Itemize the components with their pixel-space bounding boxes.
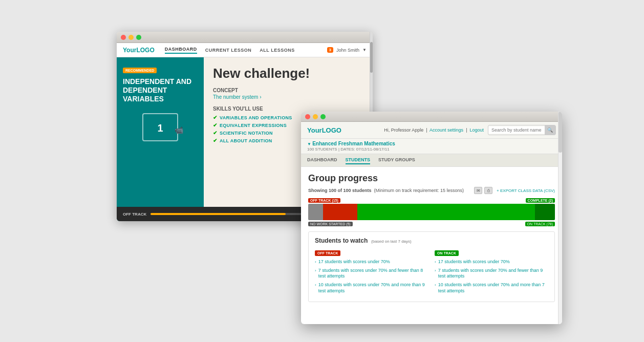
lesson-number: 1: [157, 122, 163, 134]
bar-off-track: [323, 204, 357, 220]
concept-link[interactable]: The number system ›: [213, 94, 363, 100]
prof-subheader: Enhanced Freshman Mathematics 100 STUDEN…: [301, 139, 562, 154]
off-track-item-2[interactable]: › 7 students with scores under 70% and f…: [315, 268, 428, 280]
off-track-label: OFF TRACK: [123, 212, 146, 217]
course-link[interactable]: Enhanced Freshman Mathematics: [307, 141, 556, 146]
search-button[interactable]: 🔍: [545, 125, 555, 135]
prof-traffic-lights: [305, 114, 326, 119]
watch-columns: OFF TRACK › 17 students with scores unde…: [315, 247, 548, 296]
showing-bold: Showing 100 of 100 students: [308, 188, 372, 193]
logo-accent: LOGO: [136, 47, 154, 54]
showing-actions: ✉ ⎙ + EXPORT CLASS DATA (CSV): [474, 187, 555, 194]
skill-text-3: SCIENTIFIC NOTATION: [220, 131, 273, 136]
on-track-text-1: 17 students with scores under 70%: [438, 259, 510, 265]
check-icon-2: ✔: [213, 122, 217, 128]
no-work-badge: NO WORK STARTED (5): [308, 222, 353, 226]
off-track-item-3[interactable]: › 10 students with scores under 70% and …: [315, 282, 428, 294]
challenge-title: New challenge!: [213, 66, 363, 81]
maximize-button[interactable]: [136, 35, 141, 40]
student-nav-links: DASHBOARD CURRENT LESSON ALL LESSONS: [165, 47, 295, 54]
off-track-text-1: 17 students with scores under 70%: [318, 259, 390, 265]
notification-badge[interactable]: 3: [327, 47, 333, 53]
students-to-watch: Students to watch (based on last 7 days)…: [308, 231, 555, 302]
skill-text-2: EQUIVALENT EXPRESSIONS: [220, 123, 287, 128]
prof-content: Group progress Showing 100 of 100 studen…: [301, 167, 562, 323]
lesson-icon: 1 📹: [123, 113, 198, 141]
professor-app-window: YourLOGO Hi, Professor Apple | Account s…: [301, 112, 562, 324]
prof-header-right: Hi, Professor Apple | Account settings |…: [384, 125, 556, 135]
recommended-badge: RECOMMENDED: [123, 68, 157, 73]
check-icon-3: ✔: [213, 130, 217, 136]
on-track-item-3[interactable]: › 10 students with scores under 70% and …: [435, 282, 548, 294]
account-settings-link[interactable]: Account settings: [430, 127, 463, 133]
min-requirement: (Minimum on track requirement: 15 lesson…: [374, 188, 464, 193]
user-dropdown-icon[interactable]: ▼: [362, 48, 367, 52]
viz-sublabels: NO WORK STARTED (5) ON TRACK (78): [308, 222, 555, 226]
prof-minimize-button[interactable]: [313, 114, 318, 119]
prof-header: YourLOGO Hi, Professor Apple | Account s…: [301, 122, 562, 139]
scrollbar-thumb: [370, 42, 373, 73]
off-track-text-3: 10 students with scores under 70% and mo…: [318, 282, 428, 294]
on-track-column: ON TRACK › 17 students with scores under…: [435, 247, 548, 296]
bar-complete: [535, 204, 555, 220]
nav-current-lesson[interactable]: CURRENT LESSON: [205, 48, 252, 53]
viz-labels: OFF TRACK (15) COMPLETE (2): [308, 198, 555, 203]
concept-label: Concept: [213, 88, 363, 93]
progress-track: [151, 213, 310, 215]
print-icon[interactable]: ⎙: [484, 187, 492, 194]
subnav-study-groups[interactable]: STUDY GROUPS: [378, 156, 415, 164]
bullet-icon-2: ›: [315, 268, 316, 273]
prof-logo-your: Your: [307, 126, 322, 134]
prof-search-box: 🔍: [488, 125, 556, 135]
student-nav-right: 3 John Smith ▼: [327, 47, 367, 53]
action-icons: ✉ ⎙: [474, 187, 492, 194]
on-track-badge: ON TRACK: [435, 250, 459, 256]
on-track-text-2: 7 students with scores under 70% and few…: [438, 268, 548, 280]
prof-subnav: DASHBOARD STUDENTS STUDY GROUPS: [301, 154, 562, 167]
subnav-dashboard[interactable]: DASHBOARD: [307, 156, 337, 164]
off-track-column: OFF TRACK › 17 students with scores unde…: [315, 247, 428, 296]
logout-link[interactable]: Logout: [469, 127, 484, 133]
student-search-input[interactable]: [488, 126, 545, 134]
off-track-item-1[interactable]: › 17 students with scores under 70%: [315, 259, 428, 265]
prof-scrollbar-thumb: [559, 112, 562, 153]
lesson-card: RECOMMENDED INDEPENDENT AND DEPENDENT VA…: [117, 57, 204, 221]
bullet-icon-3: ›: [315, 283, 316, 288]
on-bullet-icon-2: ›: [435, 268, 436, 273]
prof-close-button[interactable]: [305, 114, 310, 119]
on-track-item-1[interactable]: › 17 students with scores under 70%: [435, 259, 548, 265]
watch-title: Students to watch (based on last 7 days): [315, 237, 548, 244]
on-bullet-icon-1: ›: [435, 260, 436, 265]
off-track-viz-label: OFF TRACK (15): [308, 198, 340, 203]
nav-dashboard[interactable]: DASHBOARD: [165, 47, 197, 54]
camera-icon: 📹: [175, 116, 183, 144]
showing-label: Showing 100 of 100 students (Minimum on …: [308, 187, 555, 194]
watch-subtitle: (based on last 7 days): [371, 239, 412, 244]
on-track-badge: ON TRACK (78): [525, 222, 555, 226]
skills-label: Skills you'll use: [213, 106, 363, 112]
lesson-icon-box: 1 📹: [142, 113, 178, 141]
email-icon[interactable]: ✉: [474, 187, 482, 194]
complete-viz-label: COMPLETE (2): [526, 198, 555, 203]
traffic-lights: [121, 35, 141, 40]
course-meta: 100 STUDENTS | DATES: 07/12/11-08/17/11: [307, 147, 556, 152]
prof-greeting: Hi, Professor Apple: [384, 127, 423, 133]
progress-visualization: OFF TRACK (15) COMPLETE (2) NO WORK STAR…: [308, 198, 555, 226]
off-track-badge: OFF TRACK: [315, 250, 340, 256]
on-track-item-2[interactable]: › 7 students with scores under 70% and f…: [435, 268, 548, 280]
student-navbar: YourLOGO DASHBOARD CURRENT LESSON ALL LE…: [117, 43, 373, 57]
nav-all-lessons[interactable]: ALL LESSONS: [260, 48, 294, 53]
export-link[interactable]: + EXPORT CLASS DATA (CSV): [497, 188, 555, 193]
check-icon-4: ✔: [213, 138, 217, 143]
prof-scrollbar[interactable]: [558, 112, 562, 324]
close-button[interactable]: [121, 35, 126, 40]
prof-logo-accent: LOGO: [322, 126, 341, 134]
progress-bar-viz: [308, 204, 555, 220]
subnav-students[interactable]: STUDENTS: [346, 156, 371, 164]
logo-your: Your: [123, 47, 136, 54]
student-logo: YourLOGO: [123, 47, 155, 54]
minimize-button[interactable]: [128, 35, 134, 40]
user-name: John Smith: [336, 48, 359, 53]
prof-maximize-button[interactable]: [320, 114, 326, 119]
on-bullet-icon-3: ›: [435, 283, 436, 288]
